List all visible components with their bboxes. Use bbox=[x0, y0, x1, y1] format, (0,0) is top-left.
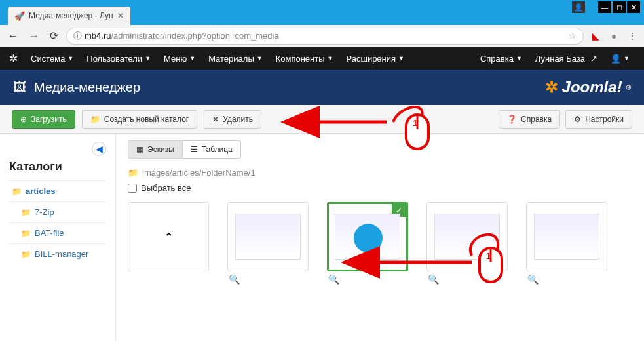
upload-icon: ⊕ bbox=[20, 115, 27, 124]
tab-title: Медиа-менеджер - Лун bbox=[29, 11, 113, 20]
address-bar: ← → ⟳ ⓘ mb4.ru /administrator/index.php?… bbox=[0, 25, 644, 47]
ext-icon-2[interactable]: ● bbox=[607, 30, 620, 43]
user-icon: 👤 bbox=[611, 54, 621, 64]
up-arrow-icon: ⌃ bbox=[164, 231, 173, 243]
close-icon: ✕ bbox=[212, 115, 219, 124]
main-panel: ▦Эскизы ☰Таблица 📁 images/articles/Folde… bbox=[115, 134, 644, 341]
menu-icon[interactable]: ⋮ bbox=[626, 30, 639, 43]
collapse-sidebar-button[interactable]: ◀ bbox=[92, 142, 106, 156]
minimize-button[interactable]: — bbox=[598, 1, 611, 13]
delete-button[interactable]: ✕ Удалить bbox=[204, 110, 261, 129]
select-all-input[interactable] bbox=[128, 184, 137, 193]
browser-tab-bar: 🚀 Медиа-менеджер - Лун ✕ bbox=[0, 0, 644, 25]
grid-icon: ▦ bbox=[136, 145, 143, 154]
folder-icon: 📁 bbox=[21, 208, 31, 217]
menu-user[interactable]: 👤▼ bbox=[605, 54, 635, 64]
url-host: mb4.ru bbox=[85, 31, 111, 41]
zoom-icon[interactable]: 🔍 bbox=[428, 274, 439, 285]
reload-button[interactable]: ⟳ bbox=[47, 30, 61, 42]
admin-menu: ✲ Система▼ Пользователи▼ Меню▼ Материалы… bbox=[0, 47, 644, 70]
chevron-down-icon: ▼ bbox=[67, 55, 73, 62]
url-input[interactable]: ⓘ mb4.ru /administrator/index.php?option… bbox=[66, 28, 584, 45]
menu-components[interactable]: Компоненты▼ bbox=[271, 47, 339, 70]
folder-icon: 📁 bbox=[128, 168, 138, 178]
menu-menus[interactable]: Меню▼ bbox=[159, 47, 200, 70]
menu-help[interactable]: Справка▼ bbox=[475, 54, 527, 64]
menu-content[interactable]: Материалы▼ bbox=[203, 47, 268, 70]
view-toggle: ▦Эскизы ☰Таблица bbox=[128, 140, 632, 159]
joomla-icon[interactable]: ✲ bbox=[9, 52, 18, 65]
forward-button[interactable]: → bbox=[26, 30, 42, 42]
new-folder-button[interactable]: 📁 Создать новый каталог bbox=[82, 110, 197, 129]
maximize-button[interactable]: ◻ bbox=[613, 1, 626, 13]
image-thumb[interactable]: 🔍 bbox=[526, 202, 607, 287]
back-button[interactable]: ← bbox=[5, 30, 21, 42]
window-chrome: 👤 — ◻ ✕ bbox=[568, 0, 644, 14]
upload-button[interactable]: ⊕ Загрузить bbox=[12, 110, 75, 129]
page-title: Медиа-менеджер bbox=[34, 80, 140, 95]
view-thumbs-button[interactable]: ▦Эскизы bbox=[128, 140, 183, 159]
folder-icon: 📁 bbox=[12, 187, 22, 196]
avira-ext-icon[interactable]: ◣ bbox=[589, 30, 602, 43]
menu-system[interactable]: Система▼ bbox=[26, 47, 79, 70]
zoom-icon[interactable]: 🔍 bbox=[527, 274, 539, 285]
toolbar: ⊕ Загрузить 📁 Создать новый каталог ✕ Уд… bbox=[0, 105, 644, 134]
zoom-icon[interactable]: 🔍 bbox=[328, 274, 339, 285]
parent-folder-thumb[interactable]: ⌃ bbox=[128, 202, 209, 287]
url-path: /administrator/index.php?option=com_medi… bbox=[111, 31, 278, 41]
options-button[interactable]: ⚙ Настройки bbox=[565, 110, 632, 129]
chevron-down-icon: ▼ bbox=[624, 55, 630, 62]
menu-users[interactable]: Пользователи▼ bbox=[81, 47, 156, 70]
list-icon: ☰ bbox=[191, 145, 198, 154]
browser-tab[interactable]: 🚀 Медиа-менеджер - Лун ✕ bbox=[8, 7, 130, 25]
sidebar-heading: Каталоги bbox=[9, 160, 106, 174]
help-icon: ❓ bbox=[507, 115, 517, 124]
thumbnails-grid: ⌃ 🔍 ✓ 🔍 🔍 🔍 bbox=[128, 202, 632, 287]
select-all-checkbox[interactable]: Выбрать все bbox=[128, 183, 632, 193]
zoom-icon[interactable]: 🔍 bbox=[229, 274, 240, 285]
folder-billmanager[interactable]: 📁BILL-manager bbox=[9, 243, 106, 264]
chevron-down-icon: ▼ bbox=[516, 55, 522, 62]
help-button[interactable]: ❓ Справка bbox=[499, 110, 560, 129]
image-thumb-selected[interactable]: ✓ 🔍 bbox=[327, 202, 408, 287]
info-icon: ⓘ bbox=[73, 30, 82, 42]
chevron-down-icon: ▼ bbox=[189, 55, 195, 62]
folder-icon: 📁 bbox=[90, 115, 100, 124]
chevron-down-icon: ▼ bbox=[257, 55, 263, 62]
sidebar: ◀ Каталоги 📁articles 📁7-Zip 📁BAT-file 📁B… bbox=[0, 134, 115, 341]
folder-icon: 📁 bbox=[21, 229, 31, 238]
gear-icon: ⚙ bbox=[574, 115, 581, 124]
chevron-down-icon: ▼ bbox=[328, 55, 333, 62]
menu-extensions[interactable]: Расширения▼ bbox=[341, 47, 409, 70]
user-chrome-icon[interactable]: 👤 bbox=[572, 1, 585, 13]
close-window-button[interactable]: ✕ bbox=[627, 1, 640, 13]
image-thumb[interactable]: 🔍 bbox=[426, 202, 508, 287]
folder-articles[interactable]: 📁articles bbox=[9, 180, 106, 201]
folder-7zip[interactable]: 📁7-Zip bbox=[9, 201, 106, 222]
media-icon: 🖼 bbox=[13, 80, 26, 95]
chevron-down-icon: ▼ bbox=[398, 55, 404, 62]
star-icon[interactable]: ☆ bbox=[569, 31, 577, 41]
menu-site[interactable]: Лунная База↗ bbox=[530, 54, 603, 64]
chevron-down-icon: ▼ bbox=[145, 55, 151, 62]
folder-batfile[interactable]: 📁BAT-file bbox=[9, 222, 106, 243]
page-header: 🖼 Медиа-менеджер ✲ Joomla!® bbox=[0, 70, 644, 105]
joomla-logo: ✲ Joomla!® bbox=[545, 78, 631, 96]
breadcrumb: 📁 images/articles/FolderName/1 bbox=[128, 168, 632, 178]
close-tab-icon[interactable]: ✕ bbox=[117, 11, 124, 20]
content: ◀ Каталоги 📁articles 📁7-Zip 📁BAT-file 📁B… bbox=[0, 134, 644, 341]
view-table-button[interactable]: ☰Таблица bbox=[183, 140, 241, 159]
external-link-icon: ↗ bbox=[590, 54, 597, 64]
image-thumb[interactable]: 🔍 bbox=[227, 202, 309, 287]
rocket-icon: 🚀 bbox=[14, 11, 25, 21]
joomla-mark-icon: ✲ bbox=[545, 78, 558, 96]
folder-icon: 📁 bbox=[21, 250, 31, 259]
